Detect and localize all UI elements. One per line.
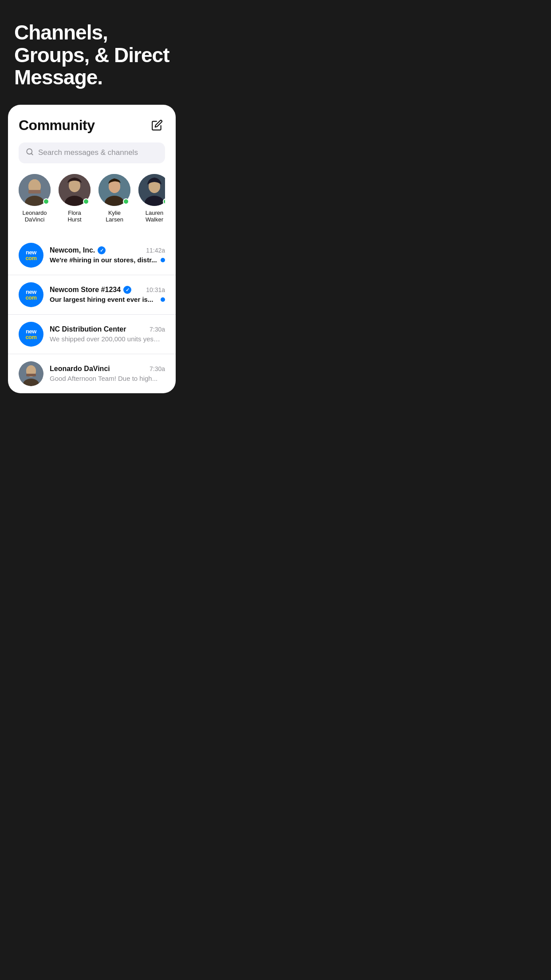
search-placeholder-text: Search messages & channels: [38, 148, 138, 157]
msg-preview-newcom-inc: We're #hiring in our stores, distr...: [50, 256, 157, 264]
msg-avatar-nc-distribution: new com: [19, 322, 43, 347]
avatar-lauren: [138, 174, 165, 206]
verified-badge-newcom-store: [123, 286, 131, 294]
msg-content-newcom-inc: Newcom, Inc. 11:42a We're #hiring in our…: [50, 246, 165, 264]
contact-name-lauren: LaurenWalker: [146, 209, 163, 223]
card-title: Community: [19, 117, 95, 134]
hero-section: Channels, Groups, & Direct Message.: [0, 0, 184, 105]
contact-item-flora[interactable]: FloraHurst: [59, 174, 91, 223]
online-dot-leonardo: [43, 198, 49, 205]
msg-content-leonardo-dm: Leonardo DaVinci 7:30a Good Afternoon Te…: [50, 365, 165, 382]
community-card: Community Search messages & channels: [8, 105, 176, 393]
msg-time-newcom-inc: 11:42a: [146, 247, 165, 254]
contact-name-flora: FloraHurst: [67, 209, 81, 223]
msg-name-newcom-inc: Newcom, Inc.: [50, 246, 95, 254]
message-item-nc-distribution[interactable]: new com NC Distribution Center 7:30a We …: [8, 315, 176, 354]
msg-time-nc-distribution: 7:30a: [150, 326, 165, 333]
edit-compose-button[interactable]: [149, 117, 165, 133]
avatar-wrapper-flora: [59, 174, 91, 206]
avatar-wrapper-kylie: [98, 174, 130, 206]
online-dot-flora: [83, 198, 89, 205]
svg-rect-6: [28, 190, 41, 194]
unread-dot-newcom-store: [161, 297, 165, 302]
message-item-newcom-store[interactable]: new com Newcom Store #1234 10:31a Our la…: [8, 275, 176, 315]
msg-time-leonardo-dm: 7:30a: [150, 365, 165, 372]
message-list: new com Newcom, Inc. 11:42a We're #hirin…: [8, 236, 176, 393]
msg-preview-nc-distribution: We shipped over 200,000 units yeste...: [50, 335, 161, 343]
msg-name-leonardo-dm: Leonardo DaVinci: [50, 365, 110, 373]
msg-preview-newcom-store: Our largest hiring event ever is...: [50, 296, 157, 303]
msg-avatar-newcom-store: new com: [19, 282, 43, 307]
msg-name-newcom-store: Newcom Store #1234: [50, 286, 121, 294]
msg-name-nc-distribution: NC Distribution Center: [50, 325, 126, 333]
online-dot-kylie: [123, 198, 129, 205]
contact-name-leonardo: LeonardoDaVinci: [23, 209, 47, 223]
avatar-wrapper-leonardo: [19, 174, 51, 206]
contact-name-kylie: KylieLarsen: [106, 209, 123, 223]
svg-line-1: [31, 153, 32, 154]
svg-rect-27: [26, 374, 36, 376]
msg-time-newcom-store: 10:31a: [146, 286, 165, 293]
msg-avatar-leonardo-dm: [19, 361, 43, 386]
msg-content-newcom-store: Newcom Store #1234 10:31a Our largest hi…: [50, 286, 165, 303]
message-item-leonardo-dm[interactable]: Leonardo DaVinci 7:30a Good Afternoon Te…: [8, 354, 176, 393]
online-dot-lauren: [163, 198, 165, 205]
unread-dot-newcom-inc: [161, 258, 165, 262]
search-icon: [26, 148, 34, 158]
hero-title: Channels, Groups, & Direct Message.: [14, 21, 169, 89]
verified-badge-newcom-inc: [98, 246, 106, 254]
msg-avatar-newcom-inc: new com: [19, 243, 43, 268]
search-bar[interactable]: Search messages & channels: [19, 142, 165, 163]
contact-item-leonardo[interactable]: LeonardoDaVinci: [19, 174, 51, 223]
message-item-newcom-inc[interactable]: new com Newcom, Inc. 11:42a We're #hirin…: [8, 236, 176, 275]
avatar-wrapper-lauren: [138, 174, 165, 206]
msg-content-nc-distribution: NC Distribution Center 7:30a We shipped …: [50, 325, 165, 343]
contacts-row: LeonardoDaVinci FloraHurst: [19, 174, 165, 225]
contact-item-lauren[interactable]: LaurenWalker: [138, 174, 165, 223]
msg-preview-leonardo-dm: Good Afternoon Team! Due to high...: [50, 375, 161, 382]
card-header: Community: [19, 117, 165, 134]
contact-item-kylie[interactable]: KylieLarsen: [98, 174, 130, 223]
